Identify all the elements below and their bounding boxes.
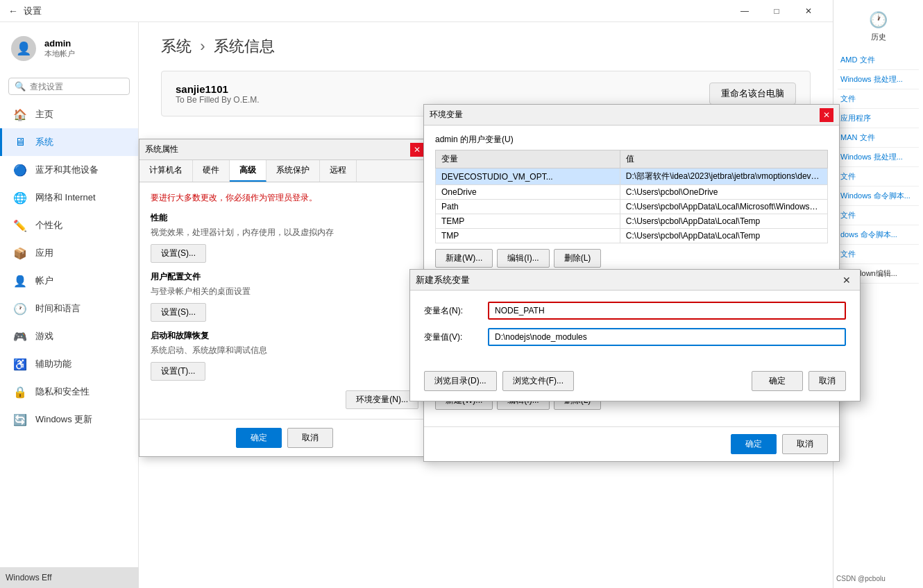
maximize-button[interactable]: □ bbox=[761, 0, 793, 22]
back-arrow[interactable]: ← bbox=[8, 6, 18, 17]
user-new-button[interactable]: 新建(W)... bbox=[435, 249, 493, 268]
sysprop-close-button[interactable]: ✕ bbox=[410, 143, 424, 157]
sysprop-warn-text: 要进行大多数更改，你必须作为管理员登录。 bbox=[151, 192, 418, 204]
newsysvar-ok-button[interactable]: 确定 bbox=[752, 371, 803, 391]
right-panel-item-2[interactable]: 文件 bbox=[838, 89, 919, 109]
sidebar-item-accounts[interactable]: 👤 帐户 bbox=[0, 267, 138, 295]
envvar-close-button[interactable]: ✕ bbox=[820, 108, 833, 122]
user-vars-title: admin 的用户变量(U) bbox=[435, 134, 828, 146]
section-startup-desc: 系统启动、系统故障和调试信息 bbox=[151, 345, 418, 356]
user-var-name: Path bbox=[436, 200, 620, 214]
settings-performance-button[interactable]: 设置(S)... bbox=[151, 244, 206, 263]
right-panel-item-5[interactable]: Windows 批处理... bbox=[838, 148, 919, 167]
sidebar-item-access-label: 辅助功能 bbox=[35, 358, 71, 370]
personalize-icon: ✏️ bbox=[13, 218, 27, 232]
newsysvar-title-bar: 新建系统变量 ✕ bbox=[410, 270, 860, 291]
sidebar-item-time[interactable]: 🕐 时间和语言 bbox=[0, 295, 138, 322]
sidebar-item-apps[interactable]: 📦 应用 bbox=[0, 239, 138, 267]
right-panel-item-4[interactable]: MAN 文件 bbox=[838, 128, 919, 148]
sidebar-item-system[interactable]: 🖥 系统 bbox=[0, 128, 138, 156]
sidebar-item-home[interactable]: 🏠 主页 bbox=[0, 101, 138, 128]
var-value-input[interactable] bbox=[488, 328, 846, 346]
user-var-name: DEVECOSTUDIO_VM_OPT... bbox=[436, 168, 620, 185]
sidebar-item-system-label: 系统 bbox=[35, 136, 53, 148]
user-var-row[interactable]: DEVECOSTUDIO_VM_OPT...D:\部署软件\idea\2023\… bbox=[436, 168, 828, 185]
right-panel-item-1[interactable]: Windows 批处理... bbox=[838, 70, 919, 89]
sidebar-item-network-label: 网络和 Internet bbox=[35, 191, 96, 204]
sidebar-item-apps-label: 应用 bbox=[35, 247, 53, 259]
user-type: 本地帐户 bbox=[44, 49, 75, 59]
sysprop-tabs-bar: 计算机名 硬件 高级 系统保护 远程 bbox=[139, 160, 430, 182]
section-performance-desc: 视觉效果，处理器计划，内存使用，以及虚拟内存 bbox=[151, 227, 418, 239]
var-name-label: 变量名(N): bbox=[424, 305, 480, 317]
sidebar-item-update[interactable]: 🔄 Windows 更新 bbox=[0, 406, 138, 433]
right-panel-item-6[interactable]: 文件 bbox=[838, 167, 919, 187]
sidebar-item-privacy[interactable]: 🔒 隐私和安全性 bbox=[0, 378, 138, 406]
right-panel-item-10[interactable]: 文件 bbox=[838, 245, 919, 264]
sidebar-item-accounts-label: 帐户 bbox=[35, 275, 53, 287]
search-input[interactable] bbox=[30, 82, 124, 92]
right-panel-item-8[interactable]: 文件 bbox=[838, 206, 919, 225]
envvar-title-bar: 环境变量 ✕ bbox=[424, 105, 839, 126]
var-name-input[interactable] bbox=[488, 302, 846, 320]
sysprop-cancel-button[interactable]: 取消 bbox=[287, 428, 333, 448]
right-panel-item-3[interactable]: 应用程序 bbox=[838, 109, 919, 128]
search-box[interactable]: 🔍 bbox=[8, 78, 130, 95]
sidebar-item-network[interactable]: 🌐 网络和 Internet bbox=[0, 184, 138, 211]
user-vars-table: 变量 值 DEVECOSTUDIO_VM_OPT...D:\部署软件\idea\… bbox=[435, 150, 828, 243]
section-userprofile-desc: 与登录帐户相关的桌面设置 bbox=[151, 286, 418, 297]
user-delete-button[interactable]: 删除(L) bbox=[554, 249, 602, 268]
update-icon: 🔄 bbox=[13, 413, 27, 426]
user-var-value: C:\Users\pcbol\AppData\Local\Temp bbox=[620, 229, 827, 243]
sidebar-item-personalize[interactable]: ✏️ 个性化 bbox=[0, 211, 138, 239]
var-value-label: 变量值(V): bbox=[424, 331, 480, 343]
rename-button[interactable]: 重命名该台电脑 bbox=[709, 83, 796, 105]
access-icon: ♿ bbox=[13, 357, 27, 371]
sidebar-item-bluetooth-label: 蓝牙和其他设备 bbox=[35, 164, 99, 176]
sidebar-item-bluetooth[interactable]: 🔵 蓝牙和其他设备 bbox=[0, 156, 138, 184]
sidebar-item-personalize-label: 个性化 bbox=[35, 219, 62, 232]
user-details: admin 本地帐户 bbox=[44, 38, 75, 59]
user-name: admin bbox=[44, 38, 75, 49]
browse-file-button[interactable]: 浏览文件(F)... bbox=[502, 371, 574, 391]
tab-hardware[interactable]: 硬件 bbox=[193, 160, 230, 182]
user-var-value: D:\部署软件\idea\2023\jetbra\jetbra\vmoption… bbox=[620, 168, 827, 185]
taskbar-label: Windows Eff bbox=[6, 573, 51, 582]
user-edit-button[interactable]: 编辑(I)... bbox=[497, 249, 549, 268]
right-panel-item-9[interactable]: dows 命令脚本... bbox=[838, 225, 919, 245]
close-button[interactable]: ✕ bbox=[793, 0, 824, 22]
user-var-row[interactable]: PathC:\Users\pcbol\AppData\Local\Microso… bbox=[436, 200, 828, 214]
minimize-button[interactable]: — bbox=[729, 0, 761, 22]
browse-dir-button[interactable]: 浏览目录(D)... bbox=[424, 371, 497, 391]
settings-userprofile-button[interactable]: 设置(S)... bbox=[151, 303, 206, 322]
newsysvar-title: 新建系统变量 bbox=[416, 274, 470, 286]
envvar-ok-button[interactable]: 确定 bbox=[731, 434, 777, 454]
envvar-cancel-button[interactable]: 取消 bbox=[782, 434, 828, 454]
user-var-row[interactable]: OneDriveC:\Users\pcbol\OneDrive bbox=[436, 185, 828, 200]
avatar: 👤 bbox=[11, 36, 36, 61]
section-performance: 性能 视觉效果，处理器计划，内存使用，以及虚拟内存 设置(S)... bbox=[151, 212, 418, 263]
bluetooth-icon: 🔵 bbox=[13, 163, 27, 177]
sidebar-item-access[interactable]: ♿ 辅助功能 bbox=[0, 350, 138, 378]
csdn-watermark: CSDN @pcbolu bbox=[836, 575, 886, 582]
network-icon: 🌐 bbox=[13, 191, 27, 205]
newsysvar-cancel-button[interactable]: 取消 bbox=[808, 371, 846, 391]
newsysvar-close-button[interactable]: ✕ bbox=[839, 273, 854, 288]
env-vars-button[interactable]: 环境变量(N)... bbox=[346, 390, 418, 409]
tab-advanced[interactable]: 高级 bbox=[230, 160, 266, 182]
settings-startup-button[interactable]: 设置(T)... bbox=[151, 362, 205, 381]
sidebar-item-gaming[interactable]: 🎮 游戏 bbox=[0, 322, 138, 350]
right-panel-item-7[interactable]: Windows 命令脚本... bbox=[838, 187, 919, 206]
tab-sysprotect[interactable]: 系统保护 bbox=[266, 160, 320, 182]
window-title: 设置 bbox=[24, 5, 42, 17]
user-var-row[interactable]: TMPC:\Users\pcbol\AppData\Local\Temp bbox=[436, 229, 828, 243]
user-var-row[interactable]: TEMPC:\Users\pcbol\AppData\Local\Temp bbox=[436, 214, 828, 229]
home-icon: 🏠 bbox=[13, 107, 27, 121]
time-icon: 🕐 bbox=[13, 302, 27, 315]
sysprop-ok-button[interactable]: 确定 bbox=[236, 428, 282, 448]
sidebar: 👤 admin 本地帐户 🔍 🏠 主页 🖥 系统 🔵 蓝牙和其他设备 bbox=[0, 22, 139, 588]
user-var-name: OneDrive bbox=[436, 185, 620, 200]
tab-computername[interactable]: 计算机名 bbox=[139, 160, 193, 182]
tab-remote[interactable]: 远程 bbox=[320, 160, 357, 182]
right-panel-item-0[interactable]: AMD 文件 bbox=[838, 51, 919, 70]
